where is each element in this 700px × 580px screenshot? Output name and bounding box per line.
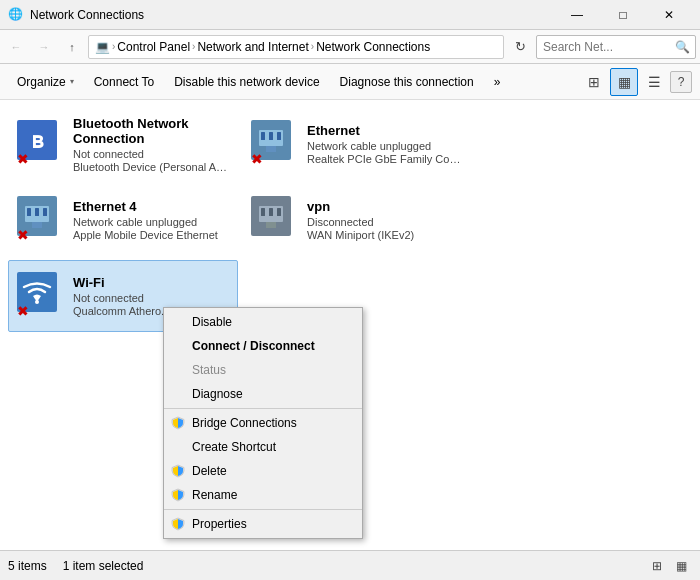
net-icon-wrapper: ✖ bbox=[17, 196, 65, 244]
net-status: Network cable unplugged bbox=[307, 140, 463, 152]
up-button[interactable]: ↑ bbox=[60, 35, 84, 59]
svg-rect-19 bbox=[266, 222, 276, 228]
net-info: vpn Disconnected WAN Miniport (IKEv2) bbox=[307, 199, 463, 241]
svg-rect-6 bbox=[277, 132, 281, 140]
status-text: 5 items 1 item selected bbox=[8, 559, 143, 573]
view-change-button[interactable]: ⊞ bbox=[580, 68, 608, 96]
svg-rect-21 bbox=[35, 300, 39, 304]
net-error-icon: ✖ bbox=[251, 152, 267, 168]
svg-rect-17 bbox=[269, 208, 273, 216]
shield-icon bbox=[170, 463, 186, 479]
toolbar-right: ⊞ ▦ ☰ ? bbox=[580, 68, 692, 96]
net-info: Ethernet Network cable unplugged Realtek… bbox=[307, 123, 463, 165]
network-item-ethernet4[interactable]: ✖ Ethernet 4 Network cable unplugged App… bbox=[8, 184, 238, 256]
diagnose-button[interactable]: Diagnose this connection bbox=[331, 68, 483, 96]
toolbar: Organize ▾ Connect To Disable this netwo… bbox=[0, 64, 700, 100]
search-wrapper: 🔍 bbox=[536, 35, 696, 59]
selected-count: 1 item selected bbox=[63, 559, 144, 573]
net-icon-wrapper: ✖ bbox=[251, 120, 299, 168]
net-icon-wrapper: ✖ bbox=[17, 272, 65, 320]
context-menu-item-diagnose[interactable]: Diagnose bbox=[164, 382, 362, 406]
net-status: Not connected bbox=[73, 292, 229, 304]
breadcrumb[interactable]: 💻 › Control Panel › Network and Internet… bbox=[88, 35, 504, 59]
svg-rect-4 bbox=[261, 132, 265, 140]
network-item-bluetooth[interactable]: ʙ ✖ Bluetooth Network Connection Not con… bbox=[8, 108, 238, 180]
net-status: Disconnected bbox=[307, 216, 463, 228]
context-menu-item-properties[interactable]: Properties bbox=[164, 512, 362, 536]
net-device: WAN Miniport (IKEv2) bbox=[307, 229, 463, 241]
svg-rect-11 bbox=[35, 208, 39, 216]
window-icon: 🌐 bbox=[8, 7, 24, 23]
breadcrumb-network-connections[interactable]: Network Connections bbox=[316, 40, 430, 54]
net-name: Bluetooth Network Connection bbox=[73, 116, 229, 146]
status-bar: 5 items 1 item selected ⊞ ▦ bbox=[0, 550, 700, 580]
status-view-large[interactable]: ⊞ bbox=[646, 555, 668, 577]
context-menu-item-delete[interactable]: Delete bbox=[164, 459, 362, 483]
net-device: Apple Mobile Device Ethernet bbox=[73, 229, 229, 241]
diagnose-label: Diagnose this connection bbox=[340, 75, 474, 89]
title-controls: — □ ✕ bbox=[554, 0, 692, 30]
address-bar: ← → ↑ 💻 › Control Panel › Network and In… bbox=[0, 30, 700, 64]
window-title: Network Connections bbox=[30, 8, 554, 22]
net-error-icon: ✖ bbox=[17, 228, 33, 244]
network-item-ethernet[interactable]: ✖ Ethernet Network cable unplugged Realt… bbox=[242, 108, 472, 180]
organize-label: Organize bbox=[17, 75, 66, 89]
context-menu-item-disable[interactable]: Disable bbox=[164, 310, 362, 334]
menu-separator bbox=[164, 509, 362, 510]
network-item-vpn[interactable]: vpn Disconnected WAN Miniport (IKEv2) bbox=[242, 184, 472, 256]
status-view-small[interactable]: ▦ bbox=[670, 555, 692, 577]
shield-icon bbox=[170, 487, 186, 503]
net-error-icon: ✖ bbox=[17, 152, 33, 168]
context-menu-item-bridge_connections[interactable]: Bridge Connections bbox=[164, 411, 362, 435]
svg-rect-10 bbox=[27, 208, 31, 216]
svg-rect-16 bbox=[261, 208, 265, 216]
item-count: 5 items bbox=[8, 559, 47, 573]
net-icon-wrapper bbox=[251, 196, 299, 244]
context-menu: DisableConnect / DisconnectStatusDiagnos… bbox=[163, 307, 363, 539]
status-views: ⊞ ▦ bbox=[646, 555, 692, 577]
search-input[interactable] bbox=[536, 35, 696, 59]
organize-arrow: ▾ bbox=[70, 77, 74, 86]
context-menu-item-create_shortcut[interactable]: Create Shortcut bbox=[164, 435, 362, 459]
net-name: vpn bbox=[307, 199, 463, 214]
net-device: Bluetooth Device (Personal Area ... bbox=[73, 161, 229, 173]
back-button[interactable]: ← bbox=[4, 35, 28, 59]
more-label: » bbox=[494, 75, 501, 89]
connect-to-button[interactable]: Connect To bbox=[85, 68, 164, 96]
close-button[interactable]: ✕ bbox=[646, 0, 692, 30]
net-status: Not connected bbox=[73, 148, 229, 160]
net-icon-wrapper: ʙ ✖ bbox=[17, 120, 65, 168]
more-button[interactable]: » bbox=[485, 68, 510, 96]
breadcrumb-item: 💻 bbox=[95, 40, 110, 54]
net-info: Bluetooth Network Connection Not connect… bbox=[73, 116, 229, 173]
help-button[interactable]: ? bbox=[670, 71, 692, 93]
breadcrumb-control-panel[interactable]: Control Panel bbox=[117, 40, 190, 54]
context-menu-item-connect_disconnect[interactable]: Connect / Disconnect bbox=[164, 334, 362, 358]
svg-rect-18 bbox=[277, 208, 281, 216]
net-info: Ethernet 4 Network cable unplugged Apple… bbox=[73, 199, 229, 241]
view-list-button[interactable]: ☰ bbox=[640, 68, 668, 96]
context-menu-item-status: Status bbox=[164, 358, 362, 382]
net-name: Wi-Fi bbox=[73, 275, 229, 290]
svg-rect-12 bbox=[43, 208, 47, 216]
view-tiles-button[interactable]: ▦ bbox=[610, 68, 638, 96]
net-error-icon: ✖ bbox=[17, 304, 33, 320]
breadcrumb-network-internet[interactable]: Network and Internet bbox=[197, 40, 308, 54]
net-device: Realtek PCIe GbE Family Controller bbox=[307, 153, 463, 165]
refresh-button[interactable]: ↻ bbox=[508, 35, 532, 59]
menu-separator bbox=[164, 408, 362, 409]
net-name: Ethernet bbox=[307, 123, 463, 138]
title-bar: 🌐 Network Connections — □ ✕ bbox=[0, 0, 700, 30]
content-area: ʙ ✖ Bluetooth Network Connection Not con… bbox=[0, 100, 700, 550]
disable-device-label: Disable this network device bbox=[174, 75, 319, 89]
organize-button[interactable]: Organize ▾ bbox=[8, 68, 83, 96]
forward-button[interactable]: → bbox=[32, 35, 56, 59]
svg-text:ʙ: ʙ bbox=[31, 128, 44, 153]
disable-device-button[interactable]: Disable this network device bbox=[165, 68, 328, 96]
svg-rect-5 bbox=[269, 132, 273, 140]
context-menu-item-rename[interactable]: Rename bbox=[164, 483, 362, 507]
svg-rect-13 bbox=[32, 222, 42, 228]
svg-rect-7 bbox=[266, 146, 276, 152]
maximize-button[interactable]: □ bbox=[600, 0, 646, 30]
minimize-button[interactable]: — bbox=[554, 0, 600, 30]
